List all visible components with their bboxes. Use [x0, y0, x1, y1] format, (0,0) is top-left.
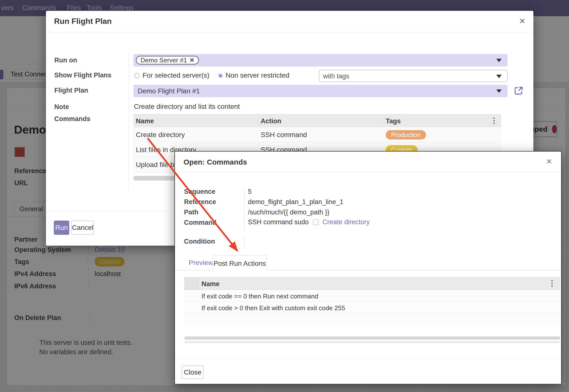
tab-post-run-actions[interactable]: Post Run Actions	[212, 255, 267, 270]
with-tags-select[interactable]: with tags	[319, 70, 508, 82]
pra-row[interactable]: If exit code == 0 then Run next command	[184, 290, 560, 302]
pra-table-header: Name ⋮	[184, 277, 560, 290]
app-screen: vers Commands Files Tools Settings Test …	[0, 0, 569, 392]
pra-row-name: If exit code > 0 then Exit with custom e…	[201, 304, 345, 312]
close-button[interactable]: Close	[182, 365, 204, 379]
pra-row-empty	[184, 313, 560, 325]
col-tags[interactable]: Tags	[386, 117, 401, 125]
chevron-down-icon[interactable]	[496, 75, 502, 78]
row-action: SSH command	[261, 131, 307, 139]
sequence-label: Sequence	[184, 188, 215, 196]
tab-preview[interactable]: Preview	[189, 259, 213, 267]
row-name: Upload file by	[136, 161, 178, 169]
sequence-value: 5	[248, 188, 252, 196]
sudo-checkbox[interactable]	[313, 219, 319, 225]
pra-scrollbar-track	[184, 341, 560, 343]
pra-row[interactable]: If exit code > 0 then Exit with custom e…	[184, 302, 560, 313]
flight-plan-label: Flight Plan	[54, 87, 88, 94]
row-tag-badge: Production	[386, 130, 426, 140]
open-modal-label-separator-2	[244, 235, 244, 249]
pra-table-options-icon[interactable]: ⋮	[548, 280, 556, 287]
selected-server-tag-label: Demo Server #1	[141, 56, 187, 64]
flight-plan-value: Demo Flight Plan #1	[138, 87, 200, 95]
pra-col-name[interactable]: Name	[201, 280, 220, 288]
run-modal-header-divider	[46, 32, 533, 32]
chevron-down-icon[interactable]	[496, 59, 502, 62]
open-modal-label-separator	[244, 187, 244, 231]
run-modal-label-separator	[129, 52, 129, 191]
row-name: Create directory	[136, 131, 185, 139]
run-on-label: Run on	[54, 56, 77, 64]
command-value: SSH command sudo	[248, 218, 309, 226]
command-row: SSH command sudo Create directory	[248, 218, 370, 226]
col-action[interactable]: Action	[261, 117, 281, 125]
open-modal-close-icon[interactable]: ✕	[546, 158, 552, 165]
reference-field-label: Reference	[184, 198, 216, 206]
selected-server-tag[interactable]: Demo Server #1 ✕	[136, 56, 199, 65]
commands-label: Commands	[54, 115, 90, 123]
pra-gutter-column	[184, 277, 199, 290]
run-modal-close-icon[interactable]: ✕	[519, 17, 526, 25]
cancel-button[interactable]: Cancel	[71, 221, 94, 235]
pra-horizontal-scrollbar[interactable]	[184, 336, 560, 340]
radio-non-server-restricted[interactable]	[218, 73, 223, 78]
condition-label: Condition	[184, 238, 215, 245]
chevron-down-icon[interactable]	[496, 89, 502, 93]
radio-for-selected-servers-label[interactable]: For selected server(s)	[142, 71, 209, 79]
remove-tag-icon[interactable]: ✕	[189, 57, 194, 64]
radio-for-selected-servers[interactable]	[134, 73, 140, 78]
with-tags-value: with tags	[323, 72, 349, 80]
note-label: Note	[54, 103, 69, 111]
show-flight-plans-label: Show Flight Plans	[54, 71, 112, 79]
run-modal-title: Run Flight Plan	[54, 17, 112, 26]
flight-plan-select[interactable]: Demo Flight Plan #1	[133, 85, 508, 97]
open-commands-modal: Open: Commands ✕ Sequence Reference Path…	[174, 151, 562, 384]
pra-row-name: If exit code == 0 then Run next command	[201, 293, 318, 300]
command-link[interactable]: Create directory	[323, 218, 370, 226]
col-name[interactable]: Name	[136, 117, 154, 125]
radio-non-server-restricted-label[interactable]: Non server restricted	[226, 71, 289, 79]
path-value: /such/much/{{ demo_path }}	[248, 209, 329, 216]
note-value: Create directory and list its content	[134, 103, 240, 111]
run-button[interactable]: Run	[54, 221, 69, 235]
open-modal-footer-divider	[175, 358, 561, 358]
commands-table-header: Name Action Tags ⋮	[133, 114, 501, 127]
open-modal-title: Open: Commands	[184, 158, 247, 166]
post-run-actions-table: Name ⋮ If exit code == 0 then Run next c…	[184, 277, 560, 325]
run-on-multiselect[interactable]: Demo Server #1 ✕	[133, 54, 508, 67]
command-label: Command	[184, 219, 216, 226]
open-modal-header-divider	[175, 172, 561, 172]
table-row[interactable]: Create directory SSH command Production	[133, 127, 501, 142]
path-label: Path	[184, 209, 199, 216]
reference-value: demo_flight_plan_1_plan_line_1	[248, 198, 343, 206]
table-options-icon[interactable]: ⋮	[490, 117, 498, 124]
external-link-icon[interactable]	[513, 86, 523, 96]
